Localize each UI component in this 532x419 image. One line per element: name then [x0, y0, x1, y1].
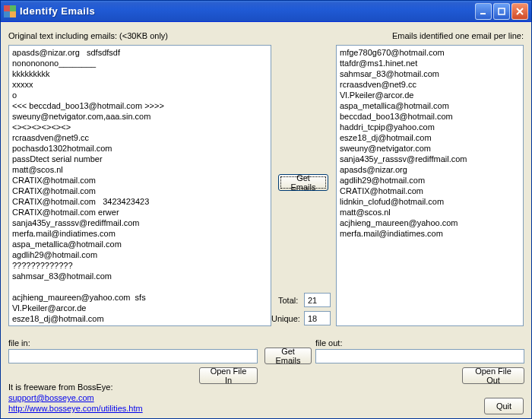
freeware-label: It is freeware from BossEye:	[8, 382, 113, 392]
title-bar: Identify Emails	[1, 1, 531, 22]
original-text-label: Original text including emails: (<30KB o…	[8, 31, 168, 40]
utilities-link[interactable]: http://www.bosseye.com/utilities.htm	[8, 404, 143, 413]
unique-label: Unique:	[271, 314, 300, 323]
app-window: Identify Emails Original text including …	[0, 0, 532, 419]
original-text-area[interactable]	[8, 45, 271, 326]
app-icon	[4, 5, 16, 17]
window-title: Identify Emails	[20, 5, 475, 17]
open-file-in-button[interactable]: Open File In	[199, 367, 258, 384]
file-in-label: file in:	[8, 338, 30, 348]
minimize-button[interactable]	[475, 3, 492, 20]
total-label: Total:	[278, 296, 298, 305]
file-in-field[interactable]	[8, 349, 258, 363]
close-button[interactable]	[511, 3, 528, 20]
unique-field[interactable]	[304, 311, 331, 325]
support-link[interactable]: support@bosseye.com	[8, 393, 94, 402]
window-controls	[475, 3, 528, 20]
total-field[interactable]	[304, 293, 331, 307]
maximize-button[interactable]	[493, 3, 510, 20]
emails-identified-label: Emails identified one email per line:	[392, 31, 524, 40]
file-out-field[interactable]	[315, 349, 524, 363]
file-out-label: file out:	[315, 338, 342, 348]
quit-button[interactable]: Quit	[484, 398, 524, 414]
identified-emails-area[interactable]	[336, 45, 524, 326]
svg-rect-0	[480, 13, 486, 14]
svg-rect-1	[499, 8, 505, 14]
client-area: Original text including emails: (<30KB o…	[1, 22, 531, 418]
open-file-out-button[interactable]: Open File Out	[462, 367, 524, 384]
get-emails-file-button[interactable]: Get Emails	[264, 348, 312, 364]
get-emails-button[interactable]: Get Emails	[278, 174, 328, 191]
